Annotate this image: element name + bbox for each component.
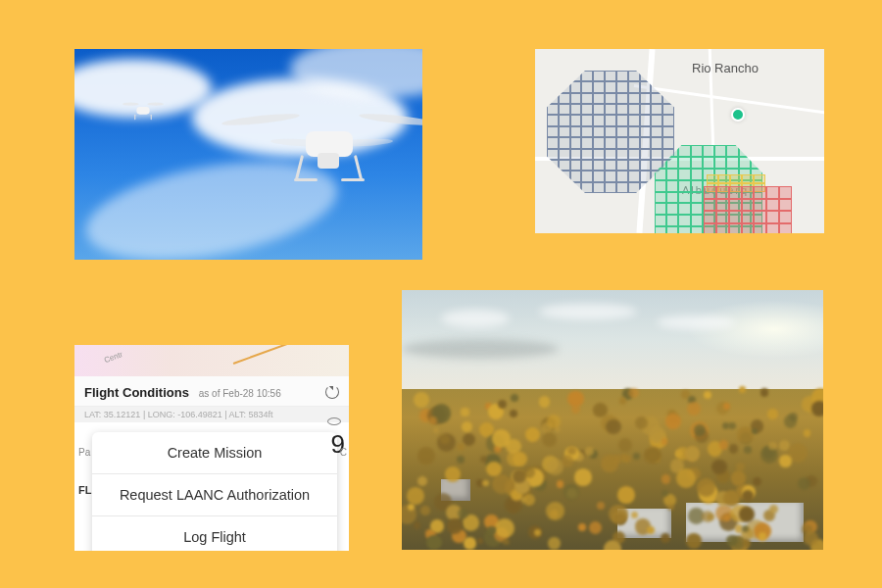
menu-map-strip: Centr (74, 345, 349, 376)
drone-small (127, 105, 160, 122)
background-label-fl: FL (78, 484, 91, 496)
drone-sky-photo (74, 49, 422, 260)
flight-conditions-header: Flight Conditions as of Feb-28 10:56 (74, 376, 349, 407)
map-location-marker (731, 108, 745, 122)
drone-large (251, 118, 408, 196)
background-label-left: Pa (78, 447, 90, 458)
sun-haze (686, 300, 823, 359)
map-street-label: Centr (103, 350, 123, 365)
coordinates-readout: LAT: 35.12121 | LONG: -106.49821 | ALT: … (74, 407, 349, 422)
background-label-right: C (340, 447, 347, 458)
flight-conditions-title: Flight Conditions (84, 385, 189, 400)
flight-conditions-timestamp: as of Feb-28 10:56 (199, 388, 281, 399)
log-flight-button[interactable]: Log Flight (92, 516, 337, 551)
airspace-grid-map: Rio Rancho Albuquerqu (535, 49, 824, 233)
action-sheet: Create Mission Request LAANC Authorizati… (92, 432, 337, 551)
map-city-label: Rio Rancho (692, 61, 759, 75)
visibility-icon[interactable] (327, 417, 341, 425)
grid-overlay-red (704, 186, 792, 233)
treeline (402, 389, 823, 550)
request-laanc-button[interactable]: Request LAANC Authorization (92, 474, 337, 516)
flight-conditions-panel: Centr Flight Conditions as of Feb-28 10:… (74, 345, 349, 551)
refresh-icon[interactable] (325, 385, 339, 399)
aerial-city-photo (402, 290, 823, 550)
create-mission-button[interactable]: Create Mission (92, 432, 337, 474)
sky (402, 290, 823, 389)
